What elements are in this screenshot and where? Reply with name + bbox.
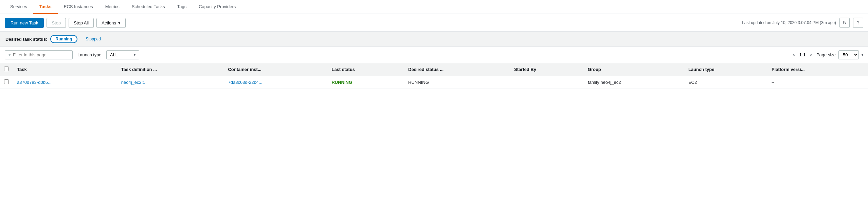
stop-button[interactable]: Stop <box>47 18 66 28</box>
started-by-value <box>510 76 584 89</box>
table-row: a370d7e3-d0b5... neo4j_ec2:1 7da8c63d-22… <box>0 76 868 89</box>
last-status-value: RUNNING <box>331 80 352 85</box>
col-task: Task <box>13 63 117 76</box>
platform-version-value: -- <box>767 76 868 89</box>
col-desired-status: Desired status ... <box>404 63 510 76</box>
task-id-link[interactable]: a370d7e3-d0b5... <box>17 80 52 85</box>
launch-type-select-wrap[interactable]: ALL EC2 FARGATE ▾ <box>106 50 139 59</box>
launch-type-value: EC2 <box>684 76 767 89</box>
tab-metrics[interactable]: Metrics <box>99 0 126 14</box>
page-size-select[interactable]: 50 25 100 <box>838 50 859 59</box>
col-task-definition: Task definition ... <box>117 63 224 76</box>
filter-input[interactable] <box>13 52 67 57</box>
col-last-status: Last status <box>327 63 404 76</box>
refresh-button[interactable]: ↻ <box>839 18 850 28</box>
last-updated-text: Last updated on July 10, 2020 3:07:04 PM… <box>742 20 836 25</box>
tab-tags[interactable]: Tags <box>171 0 193 14</box>
help-button[interactable]: ? <box>853 18 863 28</box>
help-icon: ? <box>857 20 860 25</box>
col-started-by: Started By <box>510 63 584 76</box>
filter-icon: ▾ <box>8 52 11 57</box>
row-checkbox[interactable] <box>4 79 9 84</box>
actions-label: Actions <box>102 20 116 25</box>
tab-tasks[interactable]: Tasks <box>33 0 58 14</box>
page-prev-button[interactable]: < <box>791 52 797 58</box>
col-launch-type: Launch type <box>684 63 767 76</box>
tabs-bar: Services Tasks ECS Instances Metrics Sch… <box>0 0 868 14</box>
col-container-inst: Container inst... <box>224 63 327 76</box>
page-next-button[interactable]: > <box>808 52 814 58</box>
task-definition-link[interactable]: neo4j_ec2:1 <box>121 80 145 85</box>
tab-capacity-providers[interactable]: Capacity Providers <box>193 0 242 14</box>
select-all-checkbox[interactable] <box>4 67 9 71</box>
page-range: 1-1 <box>799 52 806 57</box>
launch-type-select[interactable]: ALL EC2 FARGATE <box>110 52 132 57</box>
run-new-task-button[interactable]: Run new Task <box>5 18 44 28</box>
group-value: family:neo4j_ec2 <box>584 76 684 89</box>
col-group: Group <box>584 63 684 76</box>
actions-chevron-icon: ▾ <box>118 20 121 25</box>
tab-ecs-instances[interactable]: ECS Instances <box>58 0 99 14</box>
tasks-table: Task Task definition ... Container inst.… <box>0 63 868 89</box>
actions-button[interactable]: Actions ▾ <box>96 18 126 28</box>
desired-task-status-label: Desired task status: <box>5 37 48 42</box>
tasks-table-wrap: Task Task definition ... Container inst.… <box>0 63 868 89</box>
page-size-label: Page size <box>816 52 836 57</box>
tab-services[interactable]: Services <box>4 0 33 14</box>
container-inst-link[interactable]: 7da8c63d-22b4... <box>228 80 262 85</box>
status-stopped-pill[interactable]: Stopped <box>80 35 106 43</box>
pagination: < 1-1 > Page size 50 25 100 ▾ <box>791 50 863 59</box>
page-size-chevron-icon: ▾ <box>862 53 863 57</box>
refresh-icon: ↻ <box>843 20 847 25</box>
desired-status-value: RUNNING <box>404 76 510 89</box>
launch-type-chevron-icon: ▾ <box>134 53 135 57</box>
col-platform-version: Platform versi... <box>767 63 868 76</box>
status-filter-bar: Desired task status: Running Stopped <box>0 32 868 47</box>
stop-all-button[interactable]: Stop All <box>69 18 94 28</box>
toolbar-right: Last updated on July 10, 2020 3:07:04 PM… <box>742 18 863 28</box>
filter-bar: ▾ Launch type ALL EC2 FARGATE ▾ < 1-1 > … <box>0 47 868 63</box>
status-running-pill[interactable]: Running <box>50 35 78 43</box>
filter-input-wrap[interactable]: ▾ <box>5 50 73 59</box>
toolbar: Run new Task Stop Stop All Actions ▾ Las… <box>0 14 868 32</box>
tab-scheduled-tasks[interactable]: Scheduled Tasks <box>126 0 171 14</box>
launch-type-label: Launch type <box>77 52 102 57</box>
